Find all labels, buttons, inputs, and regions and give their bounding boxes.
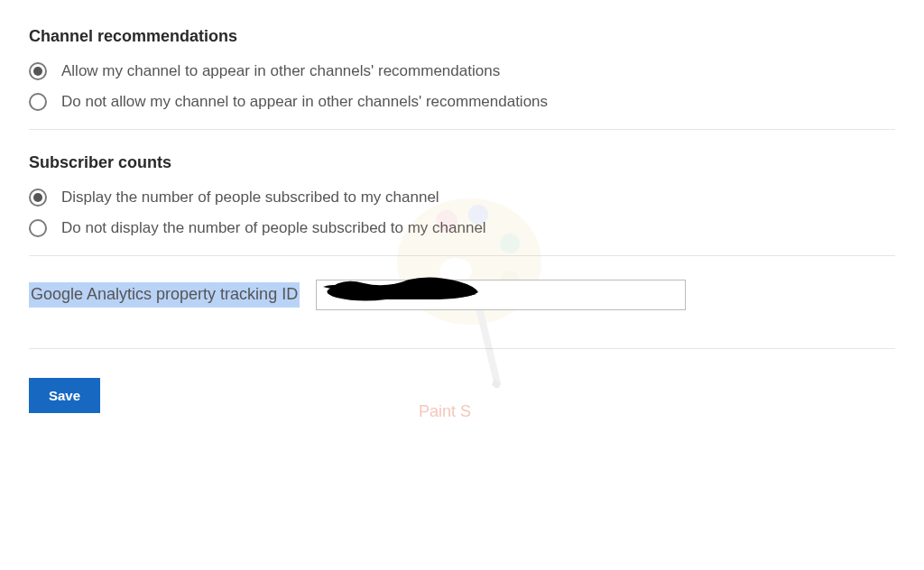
save-button[interactable]: Save: [29, 378, 100, 413]
radio-icon[interactable]: [29, 93, 47, 111]
radio-label: Allow my channel to appear in other chan…: [61, 62, 500, 80]
subscriber-option-display[interactable]: Display the number of people subscribed …: [29, 188, 895, 207]
recommendations-option-allow[interactable]: Allow my channel to appear in other chan…: [29, 62, 895, 80]
ga-input-wrapper: [316, 280, 686, 310]
divider: [29, 348, 895, 349]
radio-label: Do not allow my channel to appear in oth…: [61, 93, 548, 111]
channel-recommendations-title: Channel recommendations: [29, 27, 895, 46]
google-analytics-row: Google Analytics property tracking ID: [29, 280, 895, 310]
radio-icon[interactable]: [29, 219, 47, 237]
radio-icon[interactable]: [29, 188, 47, 207]
channel-recommendations-section: Channel recommendations Allow my channel…: [29, 27, 895, 111]
recommendations-option-disallow[interactable]: Do not allow my channel to appear in oth…: [29, 93, 895, 111]
subscriber-counts-title: Subscriber counts: [29, 153, 895, 172]
subscriber-option-hide[interactable]: Do not display the number of people subs…: [29, 219, 895, 237]
watermark-text: Paint S: [419, 402, 471, 421]
ga-tracking-id-input[interactable]: [316, 280, 686, 310]
divider: [29, 129, 895, 130]
radio-label: Display the number of people subscribed …: [61, 188, 439, 207]
subscriber-counts-section: Subscriber counts Display the number of …: [29, 153, 895, 237]
radio-label: Do not display the number of people subs…: [61, 219, 486, 237]
divider: [29, 255, 895, 256]
ga-tracking-id-label: Google Analytics property tracking ID: [29, 282, 300, 307]
radio-icon[interactable]: [29, 62, 47, 80]
